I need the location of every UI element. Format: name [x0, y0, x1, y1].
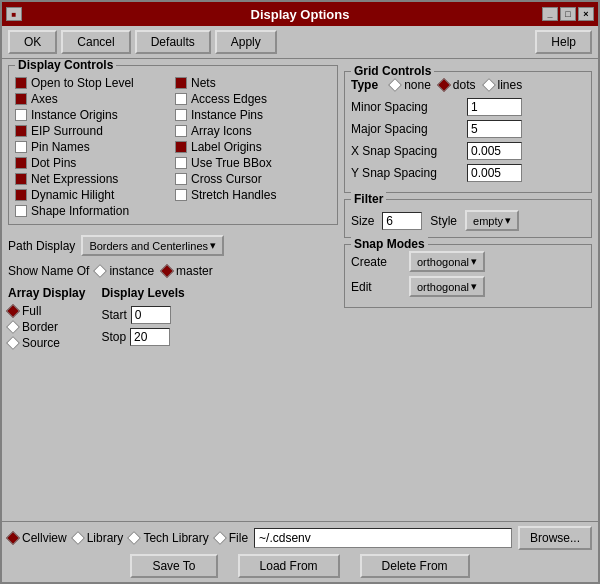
cb-instance-pins[interactable]: Instance Pins — [175, 108, 331, 122]
array-full[interactable]: Full — [8, 304, 85, 318]
y-snap-label: Y Snap Spacing — [351, 166, 461, 180]
cb-true-bbox-label: Use True BBox — [191, 156, 272, 170]
cb-instance-pins-label: Instance Pins — [191, 108, 263, 122]
file-file[interactable]: File — [215, 531, 248, 545]
create-snap-dropdown[interactable]: orthogonal ▾ — [409, 251, 485, 272]
load-from-button[interactable]: Load From — [238, 554, 340, 578]
display-controls-grid: Open to Stop Level Axes Instance Origins — [15, 76, 331, 218]
cancel-button[interactable]: Cancel — [61, 30, 130, 54]
cb-access-edges[interactable]: Access Edges — [175, 92, 331, 106]
cb-eip-box — [15, 125, 27, 137]
show-name-instance[interactable]: instance — [95, 264, 154, 278]
cb-stretch-handles-label: Stretch Handles — [191, 188, 276, 202]
grid-controls-title: Grid Controls — [351, 64, 434, 78]
cb-eip[interactable]: EIP Surround — [15, 124, 171, 138]
create-snap-value: orthogonal — [417, 256, 469, 268]
radio-source-label: Source — [22, 336, 60, 350]
radio-none-label: none — [404, 78, 431, 92]
apply-button[interactable]: Apply — [215, 30, 277, 54]
create-snap-row: Create orthogonal ▾ — [351, 251, 585, 272]
cb-dynamic-hilight[interactable]: Dynamic Hilight — [15, 188, 171, 202]
cb-dot-pins-box — [15, 157, 27, 169]
cb-dot-pins[interactable]: Dot Pins — [15, 156, 171, 170]
major-spacing-input[interactable] — [467, 120, 522, 138]
maximize-button[interactable]: □ — [560, 7, 576, 21]
cb-instance-origins[interactable]: Instance Origins — [15, 108, 171, 122]
delete-from-button[interactable]: Delete From — [360, 554, 470, 578]
file-library[interactable]: Library — [73, 531, 124, 545]
cb-open-stop-box — [15, 77, 27, 89]
array-source[interactable]: Source — [8, 336, 85, 350]
cb-array-icons[interactable]: Array Icons — [175, 124, 331, 138]
edit-snap-value: orthogonal — [417, 281, 469, 293]
edit-snap-dropdown[interactable]: orthogonal ▾ — [409, 276, 485, 297]
defaults-button[interactable]: Defaults — [135, 30, 211, 54]
cb-true-bbox[interactable]: Use True BBox — [175, 156, 331, 170]
file-tech-library[interactable]: Tech Library — [129, 531, 208, 545]
cb-net-expr[interactable]: Net Expressions — [15, 172, 171, 186]
cb-pin-names-box — [15, 141, 27, 153]
minimize-button[interactable]: _ — [542, 7, 558, 21]
cb-stretch-handles[interactable]: Stretch Handles — [175, 188, 331, 202]
start-label: Start — [101, 308, 126, 322]
cb-dynamic-hilight-label: Dynamic Hilight — [31, 188, 114, 202]
start-row: Start — [101, 306, 184, 324]
show-name-row: Show Name Of instance master — [8, 264, 338, 278]
radio-file-diamond — [213, 531, 227, 545]
spacer — [344, 314, 592, 515]
radio-library-diamond — [71, 531, 85, 545]
path-display-dropdown[interactable]: Borders and Centerlines ▾ — [81, 235, 224, 256]
type-none[interactable]: none — [390, 78, 431, 92]
cb-pin-names[interactable]: Pin Names — [15, 140, 171, 154]
filter-style-value: empty — [473, 215, 503, 227]
start-input[interactable] — [131, 306, 171, 324]
cb-pin-names-label: Pin Names — [31, 140, 90, 154]
cb-label-origins[interactable]: Label Origins — [175, 140, 331, 154]
help-button[interactable]: Help — [535, 30, 592, 54]
show-name-master[interactable]: master — [162, 264, 213, 278]
save-to-button[interactable]: Save To — [130, 554, 217, 578]
path-display-arrow: ▾ — [210, 239, 216, 252]
type-lines[interactable]: lines — [484, 78, 523, 92]
file-radio-group: Cellview Library Tech Library File — [8, 531, 248, 545]
radio-library-label: Library — [87, 531, 124, 545]
filter-style-dropdown[interactable]: empty ▾ — [465, 210, 519, 231]
file-cellview[interactable]: Cellview — [8, 531, 67, 545]
radio-none-diamond — [388, 78, 402, 92]
cb-shape-info[interactable]: Shape Information — [15, 204, 171, 218]
file-path-input[interactable] — [254, 528, 512, 548]
array-display-label: Array Display — [8, 286, 85, 300]
type-row: Type none dots lines — [351, 78, 585, 92]
display-controls-title: Display Controls — [15, 59, 116, 72]
x-snap-input[interactable] — [467, 142, 522, 160]
radio-file-label: File — [229, 531, 248, 545]
filter-section: Filter Size Style empty ▾ — [344, 199, 592, 238]
cb-net-expr-box — [15, 173, 27, 185]
cb-nets[interactable]: Nets — [175, 76, 331, 90]
cb-open-stop[interactable]: Open to Stop Level — [15, 76, 171, 90]
create-snap-label: Create — [351, 255, 401, 269]
cb-array-icons-box — [175, 125, 187, 137]
radio-border-label: Border — [22, 320, 58, 334]
y-snap-row: Y Snap Spacing — [351, 164, 585, 182]
filter-size-input[interactable] — [382, 212, 422, 230]
close-button[interactable]: × — [578, 7, 594, 21]
minor-spacing-input[interactable] — [467, 98, 522, 116]
stop-input[interactable] — [130, 328, 170, 346]
cb-axes-box — [15, 93, 27, 105]
type-dots[interactable]: dots — [439, 78, 476, 92]
cb-axes[interactable]: Axes — [15, 92, 171, 106]
browse-button[interactable]: Browse... — [518, 526, 592, 550]
window-title: Display Options — [251, 7, 350, 22]
minor-spacing-label: Minor Spacing — [351, 100, 461, 114]
cb-net-expr-label: Net Expressions — [31, 172, 118, 186]
array-border[interactable]: Border — [8, 320, 85, 334]
path-display-label: Path Display — [8, 239, 75, 253]
filter-title: Filter — [351, 192, 386, 206]
cb-instance-origins-label: Instance Origins — [31, 108, 118, 122]
cb-cross-cursor[interactable]: Cross Cursor — [175, 172, 331, 186]
y-snap-input[interactable] — [467, 164, 522, 182]
radio-cellview-diamond — [6, 531, 20, 545]
ok-button[interactable]: OK — [8, 30, 57, 54]
filter-row: Size Style empty ▾ — [351, 210, 585, 231]
